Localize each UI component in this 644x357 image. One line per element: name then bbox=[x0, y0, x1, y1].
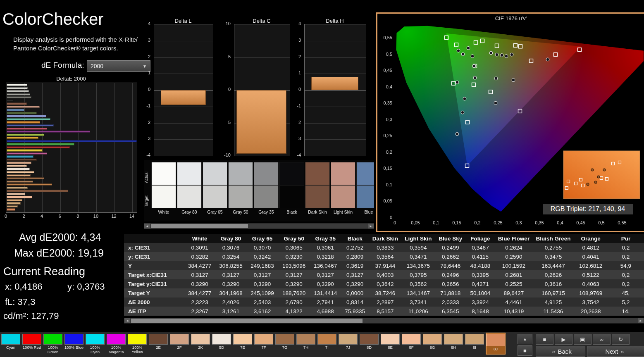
patch-button-8d[interactable]: 8D bbox=[359, 333, 379, 355]
swatch-scrollbar[interactable]: ◄ ► bbox=[144, 223, 374, 229]
patch-button-8f[interactable]: 8F bbox=[401, 333, 421, 355]
swatch-light-skin[interactable]: Light Skin bbox=[331, 162, 355, 214]
patch-button-7g[interactable]: 7G bbox=[275, 333, 295, 355]
svg-text:0,05: 0,05 bbox=[384, 198, 392, 203]
swatch-gray-65[interactable]: Gray 65 bbox=[203, 162, 227, 214]
deltae-bar bbox=[7, 190, 68, 192]
table-row: ΔE 20002,32232,40262,54032,67802,79410,8… bbox=[124, 298, 644, 307]
deltae-bar bbox=[7, 96, 31, 98]
table-cell: 0,2752 bbox=[341, 243, 369, 252]
swatch-gray-50[interactable]: Gray 50 bbox=[228, 162, 253, 214]
scroll-left-icon[interactable]: ◄ bbox=[144, 224, 150, 228]
svg-text:0,2: 0,2 bbox=[474, 220, 480, 225]
scroll-up-button[interactable]: ▲ bbox=[518, 334, 532, 344]
patch-button-7i[interactable]: 7I bbox=[317, 333, 337, 355]
loop-button[interactable]: ∞ bbox=[593, 334, 611, 345]
deltae-bar bbox=[7, 205, 18, 207]
patch-button-100-red[interactable]: 100% Red bbox=[22, 333, 42, 355]
delta_c-y-tick: -5 bbox=[220, 120, 231, 125]
refresh-button[interactable]: ↻ bbox=[612, 334, 630, 345]
patch-color-chip bbox=[107, 334, 126, 345]
patch-button-2k[interactable]: 2K bbox=[191, 333, 210, 355]
table-cell: 249,1683 bbox=[246, 261, 278, 270]
patch-button-2f[interactable]: 2F bbox=[169, 333, 189, 355]
refresh-icon: ↻ bbox=[618, 336, 623, 343]
table-cell: 0,3833 bbox=[369, 243, 401, 252]
swatch-gray-80[interactable]: Gray 80 bbox=[177, 162, 202, 214]
patch-button-7e[interactable]: 7E bbox=[233, 333, 253, 355]
back-button[interactable]: « Back bbox=[536, 346, 585, 357]
patch-button-8h[interactable]: 8H bbox=[444, 333, 463, 355]
table-cell: 0,3127 bbox=[278, 270, 310, 279]
patch-button-100-blue[interactable]: 100% Blue bbox=[64, 333, 84, 355]
play-button[interactable]: ▶ bbox=[555, 334, 572, 345]
scrollbar-thumb[interactable] bbox=[151, 224, 248, 228]
stop-button[interactable]: ■ bbox=[536, 334, 553, 345]
delta-h-axis-labels: 43210-1-2-3-4 bbox=[292, 24, 303, 155]
scroll-right-icon[interactable]: ► bbox=[368, 224, 374, 228]
table-cell: 0,2499 bbox=[435, 243, 466, 252]
delta-h-title: Delta H bbox=[304, 18, 365, 24]
cie-measured-marker bbox=[505, 55, 508, 58]
patch-color-chip bbox=[360, 334, 379, 345]
patch-label: 8D bbox=[359, 345, 379, 350]
patch-label: 7G bbox=[275, 345, 295, 350]
record-button[interactable]: ▣ bbox=[574, 334, 592, 345]
swatch-target bbox=[356, 185, 374, 208]
scroll-right-icon[interactable]: ► bbox=[638, 318, 644, 323]
delta_l-y-tick: -2 bbox=[140, 120, 150, 125]
table-cell: 193,5096 bbox=[278, 261, 310, 270]
table-header: Gray 65 bbox=[246, 234, 278, 243]
patch-button-100-yellow[interactable]: 100% Yellow bbox=[127, 333, 147, 355]
patch-button-8i[interactable]: 8I bbox=[465, 333, 484, 355]
svg-text:0,25: 0,25 bbox=[384, 133, 392, 138]
patch-button-100-magenta[interactable]: 100% Magenta bbox=[106, 333, 126, 355]
table-cell: 134,3675 bbox=[401, 261, 435, 270]
table-cell: 0,5122 bbox=[574, 270, 608, 279]
patch-button-2e[interactable]: 2E bbox=[148, 333, 168, 355]
table-scrollbar[interactable]: ◄ ► bbox=[124, 318, 644, 324]
deltae-bar bbox=[7, 115, 46, 117]
patch-color-chip bbox=[43, 334, 62, 345]
patch-button-8e[interactable]: 8E bbox=[380, 333, 400, 355]
cie-measured-marker bbox=[473, 76, 477, 79]
swatch-blue[interactable]: Blue bbox=[356, 162, 374, 214]
swatch-gray-35[interactable]: Gray 35 bbox=[254, 162, 279, 214]
patch-button-5d[interactable]: 5D bbox=[212, 333, 231, 355]
patch-button-8g[interactable]: 8G bbox=[422, 333, 442, 355]
patch-color-chip bbox=[128, 334, 147, 345]
cie-measured-marker bbox=[457, 49, 460, 52]
patch-button-8j[interactable]: 8J bbox=[486, 333, 506, 355]
patch-button-cyan[interactable]: Cyan bbox=[1, 333, 21, 355]
svg-text:0,4: 0,4 bbox=[557, 220, 563, 225]
scrollbar-thumb[interactable] bbox=[131, 319, 363, 323]
next-button[interactable]: Next » bbox=[587, 346, 644, 357]
table-cell: 38,7246 bbox=[369, 288, 401, 298]
deltae-bar bbox=[7, 177, 44, 179]
cie-inset-swatch bbox=[563, 151, 640, 199]
scroll-left-icon[interactable]: ◄ bbox=[124, 318, 130, 323]
table-header: Orange bbox=[574, 234, 608, 243]
patch-label: 7H bbox=[296, 345, 316, 350]
current-cdm2: cd/m²: 127,79 bbox=[3, 311, 59, 321]
patch-color-chip bbox=[212, 334, 231, 345]
patch-button-7j[interactable]: 7J bbox=[338, 333, 358, 355]
patch-button-100-green[interactable]: 100% Green bbox=[43, 333, 63, 355]
delta-l-axis-labels: 43210-1-2-3-4 bbox=[141, 24, 152, 155]
deltae-bar bbox=[7, 137, 38, 139]
swatch-white[interactable]: White bbox=[151, 162, 176, 214]
table-cell: 0,3061 bbox=[310, 243, 341, 252]
table-cell: 6,3545 bbox=[435, 307, 466, 316]
swatch-black[interactable]: Black bbox=[279, 162, 304, 214]
square-button[interactable]: ■ bbox=[518, 345, 532, 356]
patch-button-7f[interactable]: 7F bbox=[254, 333, 274, 355]
patch-label: 2K bbox=[191, 345, 210, 350]
table-cell: 50,1004 bbox=[466, 288, 495, 298]
table-cell: 384,4277 bbox=[184, 261, 215, 270]
patch-button-100-cyan[interactable]: 100% Cyan bbox=[85, 333, 105, 355]
patch-color-chip bbox=[254, 334, 273, 345]
swatch-target bbox=[331, 185, 355, 208]
swatch-dark-skin[interactable]: Dark Skin bbox=[305, 162, 330, 214]
patch-button-7h[interactable]: 7H bbox=[296, 333, 316, 355]
table-cell: 0,3065 bbox=[278, 243, 310, 252]
